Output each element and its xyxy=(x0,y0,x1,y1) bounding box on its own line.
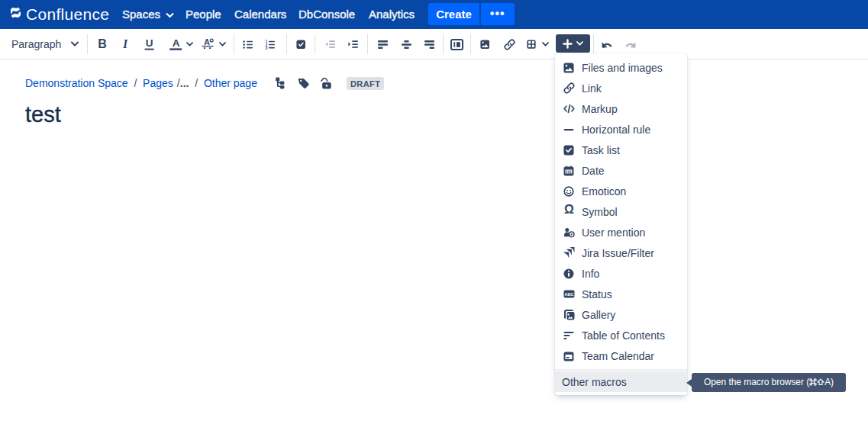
svg-text:ABC: ABC xyxy=(564,292,573,297)
svg-text:A: A xyxy=(204,38,210,47)
svg-text:A: A xyxy=(173,38,180,49)
svg-text:U: U xyxy=(145,38,153,49)
svg-text:3: 3 xyxy=(265,47,267,50)
